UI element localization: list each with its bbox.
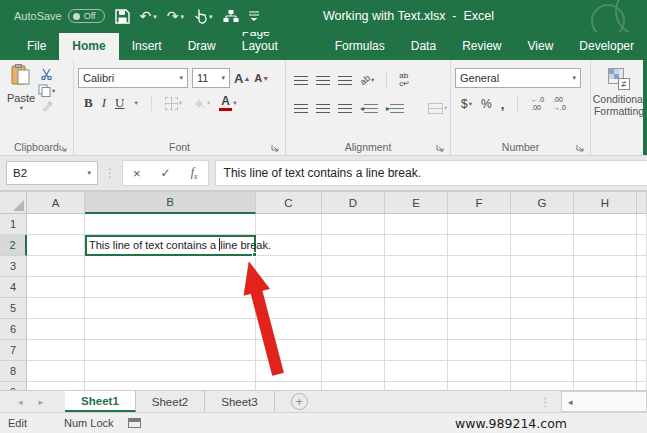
cell-F1[interactable] — [448, 214, 511, 235]
cell-D9[interactable] — [322, 382, 385, 390]
cell-F8[interactable] — [448, 361, 511, 382]
cell-F9[interactable] — [448, 382, 511, 390]
cell-I9[interactable] — [637, 382, 647, 390]
cell-D4[interactable] — [322, 277, 385, 298]
row-header-5[interactable]: 5 — [0, 298, 27, 319]
name-box-dropdown-icon[interactable]: ▾ — [87, 169, 91, 177]
cell-E7[interactable] — [385, 340, 448, 361]
name-box[interactable]: B2 ▾ — [6, 161, 98, 185]
tab-view[interactable]: View — [515, 33, 567, 60]
cell-D2[interactable] — [322, 235, 385, 256]
column-header-E[interactable]: E — [385, 192, 448, 214]
cell-G6[interactable] — [511, 319, 574, 340]
cell-A2[interactable] — [27, 235, 85, 256]
tab-review[interactable]: Review — [449, 33, 514, 60]
cell-I7[interactable] — [637, 340, 647, 361]
percent-style-button[interactable]: % — [481, 97, 492, 111]
add-sheet-button[interactable]: + — [291, 393, 308, 410]
macro-record-icon[interactable] — [128, 418, 141, 428]
cancel-button[interactable]: × — [133, 166, 141, 181]
wrap-text-button[interactable]: ab c↵ — [399, 72, 410, 88]
tabbar-splitter[interactable]: ⋮ — [540, 395, 552, 409]
row-header-9[interactable]: 9 — [0, 382, 27, 390]
cell-G1[interactable] — [511, 214, 574, 235]
prev-sheet-button[interactable]: ◂ — [18, 397, 23, 407]
clipboard-dialog-launcher-icon[interactable] — [59, 144, 67, 152]
row-header-1[interactable]: 1 — [0, 214, 27, 235]
bottom-align-button[interactable] — [338, 76, 352, 85]
alignment-dialog-launcher-icon[interactable] — [436, 144, 444, 152]
formula-bar-splitter[interactable]: ⋮ — [104, 166, 116, 180]
row-header-3[interactable]: 3 — [0, 256, 27, 277]
column-header-F[interactable]: F — [448, 192, 511, 214]
cell-E4[interactable] — [385, 277, 448, 298]
cell-B1[interactable] — [85, 214, 256, 235]
tab-draw[interactable]: Draw — [175, 33, 229, 60]
cell-D5[interactable] — [322, 298, 385, 319]
accounting-format-button[interactable]: $▾ — [461, 97, 472, 111]
cell-C5[interactable] — [256, 298, 322, 319]
column-header-B[interactable]: B — [85, 192, 256, 214]
paste-button[interactable]: Paste ▾ — [4, 64, 38, 138]
next-sheet-button[interactable]: ▸ — [39, 397, 44, 407]
underline-dropdown-icon[interactable]: ▾ — [134, 99, 137, 107]
column-header-G[interactable]: G — [511, 192, 574, 214]
cell-B3[interactable] — [85, 256, 256, 277]
cell-A1[interactable] — [27, 214, 85, 235]
cell-I5[interactable] — [637, 298, 647, 319]
comma-style-button[interactable]: , — [501, 97, 505, 112]
cell-D7[interactable] — [322, 340, 385, 361]
cell-D8[interactable] — [322, 361, 385, 382]
conditional-formatting-button[interactable]: ≠ Conditional Formatting — [593, 68, 646, 117]
shrink-font-button[interactable]: A▼ — [254, 72, 269, 84]
align-right-button[interactable] — [338, 104, 352, 113]
cell-B9[interactable] — [85, 382, 256, 390]
align-left-button[interactable] — [294, 104, 308, 113]
underline-button[interactable]: U — [115, 95, 124, 111]
middle-align-button[interactable] — [316, 76, 330, 85]
number-dialog-launcher-icon[interactable] — [576, 144, 584, 152]
insert-function-button[interactable]: fx — [191, 165, 198, 181]
top-align-button[interactable] — [294, 76, 308, 85]
formula-input[interactable]: This line of text contains a line break. — [215, 160, 647, 186]
borders-button[interactable]: ▾ — [165, 97, 182, 110]
enter-button[interactable]: ✓ — [161, 166, 171, 180]
column-header-partial[interactable] — [637, 192, 647, 214]
cell-I3[interactable] — [637, 256, 647, 277]
cell-B4[interactable] — [85, 277, 256, 298]
cell-H7[interactable] — [574, 340, 637, 361]
cell-G4[interactable] — [511, 277, 574, 298]
increase-indent-button[interactable]: ▸ — [386, 104, 404, 113]
font-color-dropdown-icon[interactable]: ▾ — [233, 99, 236, 107]
cell-A6[interactable] — [27, 319, 85, 340]
sheet-tab-sheet2[interactable]: Sheet2 — [136, 391, 205, 412]
cell-C6[interactable] — [256, 319, 322, 340]
format-painter-button[interactable] — [38, 101, 55, 113]
cell-H9[interactable] — [574, 382, 637, 390]
cell-E5[interactable] — [385, 298, 448, 319]
number-format-combo[interactable]: General ▾ — [455, 68, 581, 88]
cell-G2[interactable] — [511, 235, 574, 256]
cell-B6[interactable] — [85, 319, 256, 340]
center-button[interactable] — [316, 104, 330, 113]
cell-C7[interactable] — [256, 340, 322, 361]
cell-H4[interactable] — [574, 277, 637, 298]
sheet-tab-sheet3[interactable]: Sheet3 — [205, 391, 274, 412]
cell-D6[interactable] — [322, 319, 385, 340]
tab-insert[interactable]: Insert — [119, 33, 175, 60]
copy-button[interactable]: ▾ — [38, 84, 55, 97]
row-header-6[interactable]: 6 — [0, 319, 27, 340]
cell-H5[interactable] — [574, 298, 637, 319]
cell-E8[interactable] — [385, 361, 448, 382]
tab-home[interactable]: Home — [59, 33, 118, 60]
cell-I8[interactable] — [637, 361, 647, 382]
cell-F4[interactable] — [448, 277, 511, 298]
copy-dropdown-icon[interactable]: ▾ — [52, 87, 55, 95]
accounting-dropdown-icon[interactable]: ▾ — [469, 100, 472, 108]
cell-A3[interactable] — [27, 256, 85, 277]
cell-D1[interactable] — [322, 214, 385, 235]
tab-formulas[interactable]: Formulas — [322, 33, 398, 60]
cell-A4[interactable] — [27, 277, 85, 298]
cell-C9[interactable] — [256, 382, 322, 390]
cell-C8[interactable] — [256, 361, 322, 382]
